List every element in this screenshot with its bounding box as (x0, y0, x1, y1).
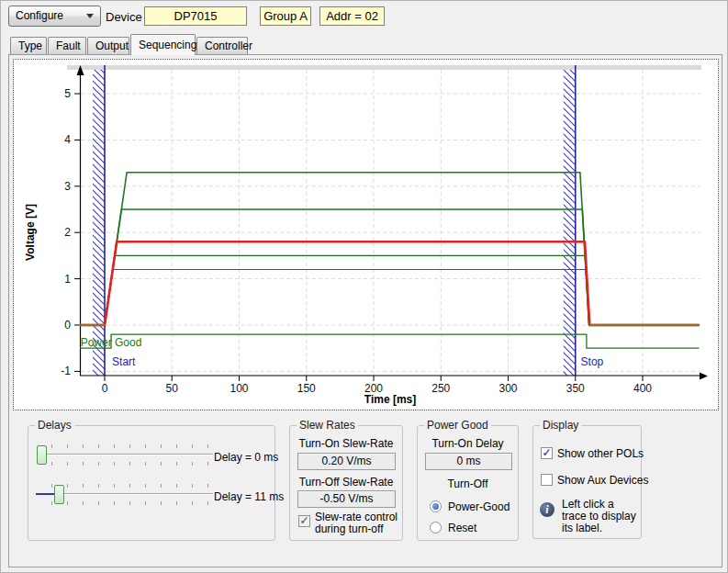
svg-text:100: 100 (230, 382, 248, 395)
slew-rates-title: Slew Rates (297, 419, 358, 432)
chevron-down-icon (86, 14, 94, 18)
turn-on-slew-rate-label: Turn-On Slew-Rate (290, 437, 402, 450)
turn-off-slew-rate-field[interactable]: -0.50 V/ms (297, 490, 396, 508)
show-aux-devices-checkbox[interactable] (541, 474, 553, 486)
pg-turn-on-delay-label: Turn-On Delay (418, 437, 518, 450)
turn-on-slew-rate-field[interactable]: 0.20 V/ms (297, 453, 396, 470)
svg-text:Power Good: Power Good (81, 336, 142, 349)
svg-text:2: 2 (64, 226, 71, 239)
svg-text:150: 150 (297, 382, 316, 395)
display-panel: Display ✓ Show other POLs Show Aux Devic… (532, 425, 642, 539)
svg-text:4: 4 (64, 133, 71, 146)
power-good-title: Power Good (424, 419, 491, 432)
display-title: Display (540, 419, 581, 432)
configure-dropdown[interactable]: Configure (8, 6, 101, 27)
svg-text:0: 0 (102, 382, 108, 395)
tab-type[interactable]: Type (10, 37, 47, 55)
slider-ticks (51, 444, 209, 448)
configure-dropdown-label: Configure (16, 9, 63, 22)
svg-text:350: 350 (566, 382, 585, 395)
slider-ticks (51, 501, 209, 505)
pg-turn-off-label: Turn-Off (418, 478, 518, 490)
tab-sequencing[interactable]: Sequencing (130, 34, 196, 55)
turn-on-delay-slider-thumb[interactable] (37, 445, 47, 465)
turn-on-delay-value: Delay = 0 ms (214, 451, 278, 464)
delays-panel: Delays Delay = 0 ms Delay = 11 ms (28, 425, 275, 541)
pg-turn-on-delay-field[interactable]: 0 ms (425, 453, 512, 470)
svg-text:3: 3 (64, 180, 71, 193)
device-label: Device (106, 10, 142, 24)
power-good-panel: Power Good Turn-On Delay 0 ms Turn-Off P… (417, 425, 519, 541)
svg-text:Stop: Stop (581, 355, 604, 368)
turn-off-delay-slider[interactable] (36, 484, 216, 511)
address-field[interactable]: Addr = 02 (319, 6, 385, 26)
toolbar: Configure Device DP7015 Group A Addr = 0… (1, 1, 727, 32)
turn-off-delay-slider-thumb[interactable] (54, 485, 64, 504)
reset-radio-label: Reset (448, 522, 476, 534)
group-field[interactable]: Group A (260, 6, 311, 26)
svg-text:250: 250 (431, 382, 450, 395)
svg-text:400: 400 (633, 382, 652, 395)
delays-title: Delays (35, 419, 74, 432)
svg-text:300: 300 (498, 382, 517, 395)
tab-controller[interactable]: Controller (196, 37, 248, 55)
tab-fault[interactable]: Fault (48, 37, 86, 55)
power-good-radio[interactable] (430, 500, 442, 512)
tab-output[interactable]: Output (87, 37, 129, 55)
svg-text:Start: Start (112, 355, 136, 368)
info-icon: i (540, 502, 554, 517)
svg-text:1: 1 (64, 273, 71, 286)
show-other-pols-checkbox[interactable]: ✓ (541, 447, 553, 459)
svg-text:Voltage [V]: Voltage [V] (24, 204, 37, 261)
svg-text:5: 5 (64, 87, 71, 100)
slew-rate-control-label: Slew-rate control during turn-off (315, 511, 401, 535)
slew-rate-control-checkbox[interactable]: ✓ (298, 515, 310, 527)
turn-off-slew-rate-label: Turn-Off Slew-Rate (290, 476, 402, 489)
svg-text:-1: -1 (61, 365, 71, 377)
show-aux-devices-label: Show Aux Devices (557, 474, 648, 487)
reset-radio[interactable] (430, 522, 442, 534)
slew-rates-panel: Slew Rates Turn-On Slew-Rate 0.20 V/ms T… (289, 425, 403, 541)
slider-track[interactable] (44, 493, 213, 495)
sequencing-tab-page: 543210-1050100150200250300350400Power Go… (8, 54, 722, 567)
slider-track[interactable] (44, 454, 213, 455)
svg-text:Time [ms]: Time [ms] (364, 393, 416, 406)
slider-selection (36, 493, 56, 495)
svg-text:50: 50 (166, 382, 179, 395)
show-other-pols-label: Show other POLs (557, 447, 644, 460)
voltage-time-plot[interactable]: 543210-1050100150200250300350400Power Go… (14, 60, 718, 410)
sequencing-window: { "toolbar": { "configure_label": "Confi… (0, 0, 728, 573)
slider-ticks (51, 484, 209, 488)
turn-off-delay-value: Delay = 11 ms (214, 490, 284, 503)
slider-ticks (51, 462, 209, 466)
trace-hint-text: Left click a trace to display its label. (562, 499, 641, 534)
svg-text:0: 0 (64, 319, 71, 331)
device-name-field[interactable]: DP7015 (144, 6, 247, 26)
turn-on-delay-slider[interactable] (36, 444, 216, 472)
power-good-radio-label: Power-Good (448, 500, 510, 513)
sequencing-chart[interactable]: 543210-1050100150200250300350400Power Go… (13, 59, 719, 410)
